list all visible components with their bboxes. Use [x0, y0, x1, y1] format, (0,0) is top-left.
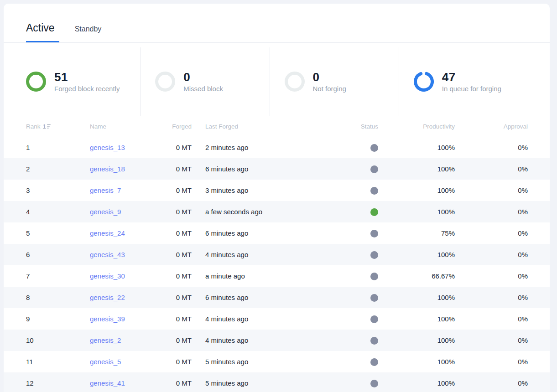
last-forged-cell: 6 minutes ago — [192, 229, 342, 237]
delegate-name-link[interactable]: genesis_22 — [90, 294, 158, 301]
forged-cell: 0 MT — [158, 358, 192, 366]
productivity-cell: 100% — [378, 336, 455, 344]
approval-cell: 0% — [455, 272, 528, 280]
table-row: 12 genesis_41 0 MT 5 minutes ago 100% 0% — [4, 372, 550, 392]
productivity-cell: 75% — [378, 229, 455, 237]
last-forged-cell: a minute ago — [192, 272, 342, 280]
forged-cell: 0 MT — [158, 336, 192, 344]
stat-label: Not forging — [313, 85, 346, 93]
productivity-cell: 100% — [378, 379, 455, 387]
table-header-row: Rank 1 Name Forged Last Forged Status Pr… — [4, 116, 550, 137]
productivity-cell: 100% — [378, 208, 455, 216]
delegate-name-link[interactable]: genesis_30 — [90, 272, 158, 280]
table-row: 10 genesis_2 0 MT 4 minutes ago 100% 0% — [4, 330, 550, 351]
productivity-cell: 100% — [378, 165, 455, 173]
table-row: 9 genesis_39 0 MT 4 minutes ago 100% 0% — [4, 308, 550, 330]
column-header-productivity: Productivity — [378, 123, 455, 130]
approval-cell: 0% — [455, 186, 528, 194]
delegate-name-link[interactable]: genesis_13 — [90, 144, 158, 151]
tab-bar: Active Standby — [4, 4, 550, 43]
approval-cell: 0% — [455, 144, 528, 151]
status-dot-icon — [370, 251, 378, 259]
status-dot-icon — [370, 315, 378, 323]
delegate-name-link[interactable]: genesis_5 — [90, 358, 158, 366]
status-dot-icon — [370, 144, 378, 152]
rank-cell: 9 — [26, 315, 90, 323]
forged-cell: 0 MT — [158, 186, 192, 194]
productivity-cell: 100% — [378, 315, 455, 323]
table-row: 1 genesis_13 0 MT 2 minutes ago 100% 0% — [4, 137, 550, 158]
column-header-name: Name — [90, 123, 158, 130]
last-forged-cell: 4 minutes ago — [192, 315, 342, 323]
productivity-cell: 100% — [378, 144, 455, 151]
table-row: 7 genesis_30 0 MT a minute ago 66.67% 0% — [4, 265, 550, 287]
column-header-last-forged: Last Forged — [192, 123, 342, 130]
tab-standby[interactable]: Standby — [75, 25, 102, 42]
status-dot-icon — [370, 165, 378, 173]
table-row: 11 genesis_5 0 MT 5 minutes ago 100% 0% — [4, 351, 550, 372]
column-header-rank[interactable]: Rank 1 — [26, 123, 90, 130]
rank-cell: 4 — [26, 208, 90, 216]
forged-cell: 0 MT — [158, 208, 192, 216]
stat-value: 0 — [183, 71, 223, 84]
stat-value: 0 — [313, 71, 346, 84]
column-header-label: Rank — [26, 123, 41, 130]
forged-cell: 0 MT — [158, 251, 192, 258]
approval-cell: 0% — [455, 229, 528, 237]
delegate-name-link[interactable]: genesis_7 — [90, 186, 158, 194]
rank-cell: 12 — [26, 379, 90, 387]
rank-cell: 7 — [26, 272, 90, 280]
approval-cell: 0% — [455, 358, 528, 366]
forged-cell: 0 MT — [158, 379, 192, 387]
status-cell — [342, 229, 378, 237]
rank-cell: 1 — [26, 144, 90, 151]
last-forged-cell: 6 minutes ago — [192, 294, 342, 301]
missed-block-ring-icon — [155, 72, 175, 92]
rank-cell: 6 — [26, 251, 90, 258]
forged-cell: 0 MT — [158, 229, 192, 237]
last-forged-cell: 4 minutes ago — [192, 336, 342, 344]
delegate-name-link[interactable]: genesis_41 — [90, 379, 158, 387]
table-row: 6 genesis_43 0 MT 4 minutes ago 100% 0% — [4, 244, 550, 265]
sort-numeric-icon: 1 — [43, 124, 51, 129]
status-cell — [342, 186, 378, 195]
productivity-cell: 100% — [378, 358, 455, 366]
rank-cell: 10 — [26, 336, 90, 344]
stat-not-forging: 0 Not forging — [270, 47, 399, 116]
productivity-cell: 100% — [378, 294, 455, 301]
table-row: 4 genesis_9 0 MT a few seconds ago 100% … — [4, 201, 550, 222]
status-cell — [342, 336, 378, 345]
status-cell — [342, 293, 378, 302]
forged-cell: 0 MT — [158, 144, 192, 151]
table-row: 8 genesis_22 0 MT 6 minutes ago 100% 0% — [4, 287, 550, 308]
rank-cell: 3 — [26, 186, 90, 194]
tab-active[interactable]: Active — [26, 22, 59, 42]
delegate-name-link[interactable]: genesis_43 — [90, 251, 158, 258]
last-forged-cell: 3 minutes ago — [192, 186, 342, 194]
column-header-approval: Approval — [455, 123, 528, 130]
last-forged-cell: 2 minutes ago — [192, 144, 342, 151]
status-dot-icon — [370, 273, 378, 280]
status-cell — [342, 250, 378, 259]
status-dot-icon — [370, 230, 378, 237]
not-forging-ring-icon — [285, 72, 305, 92]
status-cell — [342, 315, 378, 323]
approval-cell: 0% — [455, 336, 528, 344]
rank-cell: 2 — [26, 165, 90, 173]
status-cell — [342, 207, 378, 216]
delegates-table: Rank 1 Name Forged Last Forged Status Pr… — [4, 116, 550, 392]
delegate-name-link[interactable]: genesis_24 — [90, 229, 158, 237]
forged-cell: 0 MT — [158, 294, 192, 301]
delegate-name-link[interactable]: genesis_9 — [90, 208, 158, 216]
stat-label: Missed block — [183, 85, 223, 93]
delegate-name-link[interactable]: genesis_2 — [90, 336, 158, 344]
stat-value: 47 — [442, 71, 501, 84]
status-cell — [342, 272, 378, 280]
delegate-name-link[interactable]: genesis_39 — [90, 315, 158, 323]
approval-cell: 0% — [455, 165, 528, 173]
stat-missed-block: 0 Missed block — [140, 47, 269, 116]
delegate-name-link[interactable]: genesis_18 — [90, 165, 158, 173]
table-row: 5 genesis_24 0 MT 6 minutes ago 75% 0% — [4, 222, 550, 244]
status-dot-icon — [370, 358, 378, 366]
rank-cell: 11 — [26, 358, 90, 366]
